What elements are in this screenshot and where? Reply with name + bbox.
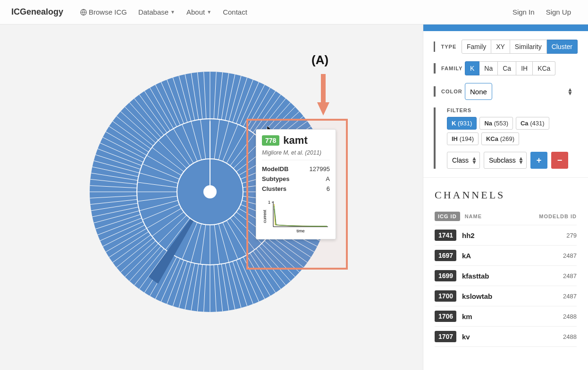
tooltip-modeldb-label: ModelDB: [262, 165, 288, 173]
channel-name: kfasttab: [462, 272, 489, 280]
tooltip-subtypes-label: Subtypes: [262, 175, 290, 182]
navbar: ICGenealogy Browse ICG Database ▼ About …: [0, 0, 588, 25]
color-label: COLOR: [441, 89, 465, 94]
type-option-xy[interactable]: XY: [491, 40, 510, 54]
family-option-ih[interactable]: IH: [516, 61, 533, 75]
filter-pill-na[interactable]: Na (553): [479, 117, 513, 130]
visualization-area: // draw thin radial spokes for sunburst …: [0, 25, 423, 370]
channel-row[interactable]: 1741hh2279: [435, 225, 577, 246]
channel-id: 1707: [435, 331, 456, 342]
channel-name: km: [462, 312, 472, 321]
tooltip-citation: Migliore M, et al. (2011): [262, 149, 330, 156]
channel-name: hh2: [462, 231, 475, 239]
tooltip-card: 778 kamt Migliore M, et al. (2011) Model…: [256, 129, 336, 239]
channel-id: 1699: [435, 270, 456, 281]
globe-icon: [80, 9, 87, 16]
family-option-na[interactable]: Na: [479, 61, 498, 75]
family-label: FAMILY: [441, 66, 465, 71]
channel-modeldb-id: 2488: [563, 333, 577, 340]
channel-name: kv: [462, 333, 470, 341]
nav-signin[interactable]: Sign In: [507, 4, 540, 20]
family-button-group: KNaCaIHKCa: [465, 61, 555, 75]
tooltip-modeldb-value: 127995: [310, 165, 330, 173]
channel-name: kslowtab: [462, 292, 492, 300]
type-label: TYPE: [441, 44, 461, 49]
sidebar-accent-bar: [423, 25, 588, 31]
svg-point-173: [203, 185, 217, 198]
chevron-down-icon: ▼: [207, 9, 211, 15]
svg-text:1: 1: [268, 200, 270, 205]
color-select[interactable]: None: [465, 83, 492, 100]
filters-label: FILTERS: [447, 107, 578, 113]
tooltip-clusters-value: 6: [327, 185, 330, 192]
channels-col-icg[interactable]: ICG ID: [435, 212, 460, 221]
channel-row[interactable]: 1707kv2488: [435, 327, 577, 347]
type-option-family[interactable]: Family: [462, 40, 491, 54]
svg-marker-175: [317, 102, 329, 115]
channel-id: 1700: [435, 290, 456, 302]
svg-text:time: time: [296, 229, 304, 233]
nav-signup[interactable]: Sign Up: [540, 4, 577, 20]
channel-row[interactable]: 1697kA2487: [435, 246, 577, 266]
updown-icon: ▲▼: [567, 88, 573, 95]
tooltip-subtypes-value: A: [326, 175, 330, 182]
type-option-cluster[interactable]: Cluster: [547, 40, 578, 54]
annotation-label-a: (A): [311, 53, 328, 67]
arrow-down-icon: [316, 74, 330, 116]
channel-modeldb-id: 2487: [563, 293, 577, 300]
nav-browse-label: Browse ICG: [89, 8, 127, 16]
nav-contact[interactable]: Contact: [217, 4, 253, 20]
channel-modeldb-id: 2488: [563, 313, 577, 320]
class-select[interactable]: Class: [447, 152, 480, 169]
add-filter-button[interactable]: +: [530, 152, 547, 169]
filter-pill-ca[interactable]: Ca (431): [516, 117, 549, 130]
sidebar: TYPE FamilyXYSimilarityCluster FAMILY KN…: [423, 25, 588, 370]
tooltip-mini-chart: 1 current time: [262, 197, 331, 234]
channels-col-name[interactable]: NAME: [465, 214, 482, 219]
filter-pill-kca[interactable]: KCa (269): [481, 132, 519, 145]
channel-name: kA: [462, 252, 471, 260]
channel-modeldb-id: 279: [566, 232, 577, 239]
remove-filter-button[interactable]: −: [551, 152, 568, 169]
channel-row[interactable]: 1699kfasttab2487: [435, 266, 577, 286]
channel-row[interactable]: 1706km2488: [435, 306, 577, 327]
tooltip-title: kamt: [283, 134, 307, 147]
channel-row[interactable]: 1700kslowtab2487: [435, 286, 577, 306]
channels-col-modeldb[interactable]: MODELDB ID: [539, 214, 577, 219]
channels-heading: CHANNELS: [435, 189, 577, 201]
channel-modeldb-id: 2487: [563, 272, 577, 280]
channel-modeldb-id: 2487: [563, 252, 577, 259]
nav-database[interactable]: Database ▼: [133, 4, 181, 20]
channel-id: 1706: [435, 311, 456, 322]
channel-id: 1741: [435, 230, 456, 241]
subclass-select[interactable]: Subclass: [484, 152, 527, 169]
chevron-down-icon: ▼: [170, 9, 175, 15]
nav-about-label: About: [186, 8, 205, 16]
family-option-kca[interactable]: KCa: [533, 61, 555, 75]
brand[interactable]: ICGenealogy: [11, 7, 63, 17]
type-option-similarity[interactable]: Similarity: [510, 40, 547, 54]
nav-about[interactable]: About ▼: [181, 4, 217, 20]
tooltip-clusters-label: Clusters: [262, 185, 286, 192]
svg-text:current: current: [262, 209, 267, 223]
family-option-k[interactable]: K: [465, 61, 479, 75]
family-option-ca[interactable]: Ca: [498, 61, 516, 75]
nav-database-label: Database: [138, 8, 168, 16]
filter-pill-k[interactable]: K (931): [447, 117, 477, 130]
type-button-group: FamilyXYSimilarityCluster: [462, 40, 578, 54]
nav-browse[interactable]: Browse ICG: [75, 4, 133, 20]
filter-pill-ih[interactable]: IH (194): [447, 132, 479, 145]
tooltip-id-badge: 778: [262, 135, 279, 146]
channel-id: 1697: [435, 250, 456, 261]
